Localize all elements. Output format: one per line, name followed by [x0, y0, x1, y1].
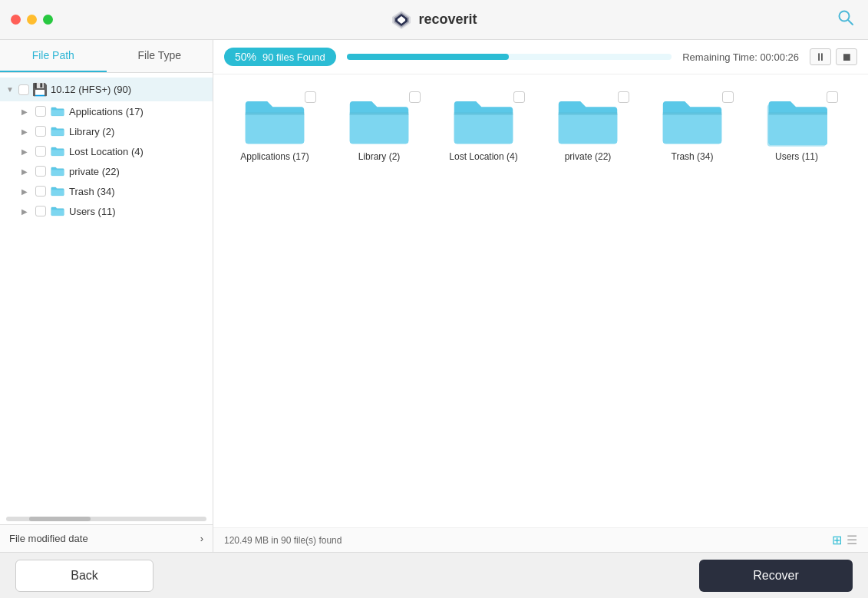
- tree-item-applications[interactable]: ▶ Applications (17): [0, 101, 213, 121]
- progress-row: 50% 90 files Found Remaining Time: 00:00…: [213, 40, 868, 74]
- minimize-button[interactable]: [27, 15, 37, 25]
- list-view-icon[interactable]: ☰: [847, 533, 857, 547]
- app-logo: recoverit: [391, 9, 477, 31]
- stop-button[interactable]: ⏹: [836, 48, 857, 65]
- expand-icon: ▶: [21, 207, 31, 216]
- folder-icon-large: [766, 94, 827, 147]
- tree-item-trash[interactable]: ▶ Trash (34): [0, 181, 213, 201]
- grid-view-icon[interactable]: ⊞: [832, 533, 842, 547]
- root-checkbox[interactable]: [18, 84, 29, 95]
- collapse-icon: ▼: [6, 85, 15, 94]
- folder-label: private (22): [565, 151, 612, 164]
- expand-icon: ▶: [21, 127, 31, 136]
- folder-icon: [51, 185, 64, 197]
- tree-item-lostlocation[interactable]: ▶ Lost Location (4): [0, 141, 213, 161]
- tree-item-private[interactable]: ▶ private (22): [0, 161, 213, 181]
- sidebar-tabs: File Path File Type: [0, 40, 213, 73]
- recover-button[interactable]: Recover: [699, 560, 853, 592]
- folder-checkbox[interactable]: [409, 91, 421, 103]
- folder-lostlocation[interactable]: Lost Location (4): [437, 88, 530, 168]
- file-modified-filter[interactable]: File modified date ›: [0, 524, 213, 552]
- file-grid: Applications (17) Library (2): [213, 74, 868, 527]
- applications-label: Applications (17): [69, 106, 144, 117]
- folder-icon: [51, 105, 64, 117]
- folder-label: Trash (34): [672, 151, 714, 164]
- folder-trash[interactable]: Trash (34): [646, 88, 738, 168]
- pause-button[interactable]: ⏸: [810, 48, 831, 65]
- back-button[interactable]: Back: [15, 560, 153, 592]
- folder-icon: [51, 165, 64, 177]
- folder-icon-large: [557, 94, 619, 147]
- expand-icon: ▶: [21, 147, 31, 156]
- remaining-time: Remaining Time: 00:00:26: [682, 51, 799, 63]
- library-checkbox[interactable]: [35, 126, 46, 137]
- folder-checkbox[interactable]: [722, 91, 734, 103]
- folder-checkbox[interactable]: [827, 91, 838, 103]
- private-label: private (22): [69, 166, 120, 177]
- sidebar: File Path File Type ▼ 💾 10.12 (HFS+) (90…: [0, 40, 213, 552]
- maximize-button[interactable]: [43, 15, 53, 25]
- file-tree: ▼ 💾 10.12 (HFS+) (90) ▶ Applications (17…: [0, 73, 213, 515]
- main-layout: File Path File Type ▼ 💾 10.12 (HFS+) (90…: [0, 40, 868, 552]
- folder-private[interactable]: private (22): [542, 88, 634, 168]
- svg-line-5: [848, 20, 853, 25]
- titlebar: recoverit: [0, 0, 868, 40]
- folder-checkbox[interactable]: [305, 91, 316, 103]
- tree-item-library[interactable]: ▶ Library (2): [0, 121, 213, 141]
- folder-users[interactable]: Users (11): [751, 88, 843, 168]
- search-icon[interactable]: [837, 9, 854, 30]
- applications-checkbox[interactable]: [35, 106, 46, 117]
- library-label: Library (2): [69, 126, 114, 137]
- folder-label: Lost Location (4): [449, 151, 517, 164]
- folder-label: Users (11): [775, 151, 818, 164]
- progress-track: [347, 54, 672, 60]
- progress-percent: 50%: [235, 51, 256, 63]
- folder-checkbox[interactable]: [618, 91, 629, 103]
- users-label: Users (11): [69, 206, 116, 217]
- logo-icon: [391, 9, 412, 31]
- folder-checkbox[interactable]: [513, 91, 525, 103]
- trash-checkbox[interactable]: [35, 186, 46, 197]
- trash-label: Trash (34): [69, 186, 114, 197]
- private-checkbox[interactable]: [35, 166, 46, 177]
- status-bar: 120.49 MB in 90 file(s) found ⊞ ☰: [213, 527, 868, 552]
- users-checkbox[interactable]: [35, 206, 46, 216]
- traffic-lights: [11, 15, 53, 25]
- tree-root[interactable]: ▼ 💾 10.12 (HFS+) (90): [0, 78, 213, 101]
- folder-icon-large: [453, 94, 514, 147]
- lostlocation-label: Lost Location (4): [69, 146, 144, 157]
- bottom-bar: Back Recover: [0, 552, 868, 598]
- tab-filetype[interactable]: File Type: [107, 40, 213, 72]
- view-buttons: ⏸ ⏹: [810, 48, 857, 65]
- expand-icon: ▶: [21, 107, 31, 116]
- folder-icon-large: [244, 94, 305, 147]
- close-button[interactable]: [11, 15, 21, 25]
- expand-icon: ▶: [21, 187, 31, 196]
- tree-item-users[interactable]: ▶ Users (11): [0, 201, 213, 221]
- folder-library[interactable]: Library (2): [333, 88, 425, 168]
- folder-icon-large: [348, 94, 410, 147]
- content-area: 50% 90 files Found Remaining Time: 00:00…: [213, 40, 868, 552]
- root-label: 10.12 (HFS+) (90): [51, 84, 131, 95]
- folder-label: Applications (17): [240, 151, 309, 164]
- lostlocation-checkbox[interactable]: [35, 146, 46, 157]
- expand-icon: ▶: [21, 167, 31, 176]
- folder-icon-large: [662, 94, 723, 147]
- view-toggle: ⊞ ☰: [832, 533, 857, 547]
- folder-applications[interactable]: Applications (17): [229, 88, 321, 168]
- hdd-icon: 💾: [32, 82, 48, 97]
- app-name: recoverit: [418, 12, 477, 28]
- folder-icon: [51, 125, 64, 137]
- filter-arrow-icon: ›: [200, 533, 203, 544]
- folder-icon: [51, 145, 64, 157]
- folder-icon: [51, 205, 64, 217]
- files-found-label: 90 files Found: [262, 51, 325, 63]
- tab-filepath[interactable]: File Path: [0, 40, 107, 72]
- progress-pill: 50% 90 files Found: [224, 48, 336, 66]
- status-info: 120.49 MB in 90 file(s) found: [224, 535, 342, 546]
- folder-label: Library (2): [358, 151, 401, 164]
- filter-label: File modified date: [9, 533, 88, 544]
